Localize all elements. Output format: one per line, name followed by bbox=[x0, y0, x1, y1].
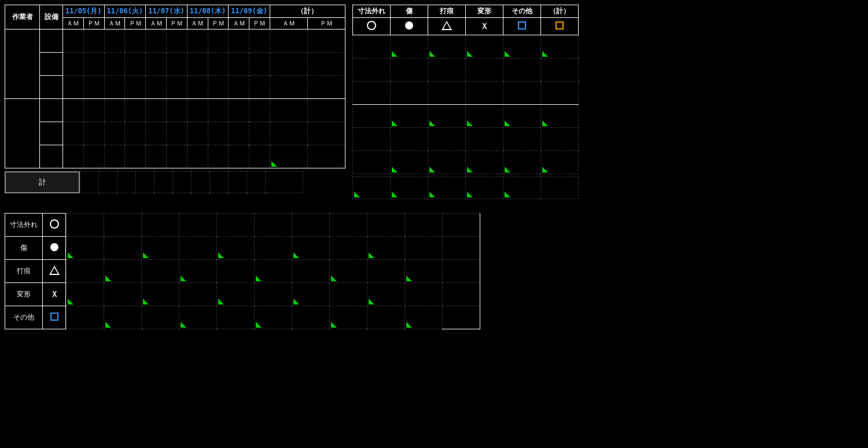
total-cell-pm1105[interactable] bbox=[99, 171, 117, 193]
def-r2b-dacon[interactable] bbox=[428, 128, 465, 151]
cell-r1b-pm1108[interactable] bbox=[208, 53, 229, 76]
total-cell-am1109[interactable] bbox=[229, 171, 247, 193]
def-r1b-henkei[interactable] bbox=[465, 58, 503, 82]
bot-sunpou-am1109[interactable] bbox=[367, 214, 405, 237]
def-r1b-dacon[interactable] bbox=[428, 58, 465, 82]
def-r1c-sonota[interactable] bbox=[503, 82, 540, 105]
def-r1a-dacon[interactable] bbox=[428, 35, 465, 58]
def-r1c-sunpou[interactable] bbox=[352, 82, 390, 105]
def-r1a-kei[interactable] bbox=[540, 35, 578, 58]
cell-r1c-kei-pm[interactable] bbox=[307, 76, 345, 99]
def-r1c-dacon[interactable] bbox=[428, 82, 465, 105]
cell-r1c-pm1108[interactable] bbox=[208, 76, 229, 99]
equip-1a[interactable] bbox=[40, 30, 63, 53]
bot-kizu-am1106[interactable] bbox=[142, 237, 179, 260]
cell-r1a-pm1105[interactable] bbox=[83, 30, 104, 53]
cell-r1b-am1107[interactable] bbox=[146, 53, 167, 76]
bot-sunpou-kei[interactable] bbox=[443, 214, 480, 237]
bot-henkei-am1105[interactable] bbox=[67, 283, 104, 306]
cell-r1a-pm1107[interactable] bbox=[166, 30, 187, 53]
def-r2b-henkei[interactable] bbox=[465, 128, 503, 151]
bot-sunpou-pm1105[interactable] bbox=[104, 214, 142, 237]
cell-r2a-pm1107[interactable] bbox=[166, 99, 187, 122]
cell-r2b-pm1107[interactable] bbox=[166, 122, 187, 145]
cell-r1b-am1106[interactable] bbox=[104, 53, 125, 76]
bot-henkei-pm1109[interactable] bbox=[405, 283, 443, 306]
cell-r2a-pm1105[interactable] bbox=[83, 99, 104, 122]
bot-dacon-kei[interactable] bbox=[443, 260, 480, 283]
equip-2a[interactable] bbox=[40, 99, 63, 122]
cell-r2a-am1105[interactable] bbox=[63, 99, 84, 122]
def-r2a-kizu[interactable] bbox=[390, 105, 428, 128]
cell-r1b-kei-pm[interactable] bbox=[307, 53, 345, 76]
cell-r1a-am1107[interactable] bbox=[146, 30, 167, 53]
cell-r2a-am1109[interactable] bbox=[229, 99, 249, 122]
def-r2b-sonota[interactable] bbox=[503, 128, 540, 151]
total-cell-am1107[interactable] bbox=[155, 171, 173, 193]
def-total-sonota[interactable] bbox=[503, 177, 540, 199]
equip-1c[interactable] bbox=[40, 76, 63, 99]
equip-1b[interactable] bbox=[40, 53, 63, 76]
def-r1b-sonota[interactable] bbox=[503, 58, 540, 82]
cell-r2b-pm1109[interactable] bbox=[249, 122, 270, 145]
cell-r2c-pm1107[interactable] bbox=[166, 145, 187, 168]
bot-kizu-pm1107[interactable] bbox=[255, 237, 292, 260]
def-r2c-sunpou[interactable] bbox=[352, 151, 390, 174]
cell-r2b-am1105[interactable] bbox=[63, 122, 84, 145]
bot-henkei-am1109[interactable] bbox=[367, 283, 405, 306]
cell-r2c-pm1106[interactable] bbox=[125, 145, 146, 168]
cell-r1b-am1109[interactable] bbox=[229, 53, 249, 76]
bot-kizu-pm1109[interactable] bbox=[405, 237, 443, 260]
bot-dacon-am1109[interactable] bbox=[367, 260, 405, 283]
def-r1a-henkei[interactable] bbox=[465, 35, 503, 58]
def-r1c-kei[interactable] bbox=[540, 82, 578, 105]
cell-r2b-pm1108[interactable] bbox=[208, 122, 229, 145]
def-r2a-sonota[interactable] bbox=[503, 105, 540, 128]
def-r1b-sunpou[interactable] bbox=[352, 58, 390, 82]
cell-r1b-pm1107[interactable] bbox=[166, 53, 187, 76]
cell-r2c-am1106[interactable] bbox=[104, 145, 125, 168]
def-r1a-kizu[interactable] bbox=[390, 35, 428, 58]
bot-sunpou-pm1106[interactable] bbox=[179, 214, 217, 237]
def-r1c-henkei[interactable] bbox=[465, 82, 503, 105]
cell-r1b-pm1109[interactable] bbox=[249, 53, 270, 76]
bot-kizu-kei[interactable] bbox=[443, 237, 480, 260]
cell-r1c-pm1106[interactable] bbox=[125, 76, 146, 99]
total-cell-pm1108[interactable] bbox=[210, 171, 229, 193]
bot-kizu-am1105[interactable] bbox=[67, 237, 104, 260]
def-r2c-kizu[interactable] bbox=[390, 151, 428, 174]
def-r2c-kei[interactable] bbox=[540, 151, 578, 174]
cell-r2c-pm1108[interactable] bbox=[208, 145, 229, 168]
bot-sunpou-am1106[interactable] bbox=[142, 214, 179, 237]
cell-r1c-am1105[interactable] bbox=[63, 76, 84, 99]
cell-r1b-kei-am[interactable] bbox=[270, 53, 307, 76]
cell-r2a-am1106[interactable] bbox=[104, 99, 125, 122]
cell-r2b-am1107[interactable] bbox=[146, 122, 167, 145]
def-r2b-kei[interactable] bbox=[540, 128, 578, 151]
cell-r2a-am1108[interactable] bbox=[187, 99, 208, 122]
bot-henkei-pm1106[interactable] bbox=[179, 283, 217, 306]
cell-r1c-kei-am[interactable] bbox=[270, 76, 307, 99]
def-r2a-kei[interactable] bbox=[540, 105, 578, 128]
bot-sunpou-pm1107[interactable] bbox=[255, 214, 292, 237]
cell-r1c-pm1107[interactable] bbox=[166, 76, 187, 99]
cell-r2b-am1106[interactable] bbox=[104, 122, 125, 145]
def-r2c-henkei[interactable] bbox=[465, 151, 503, 174]
cell-r1c-pm1109[interactable] bbox=[249, 76, 270, 99]
cell-r1a-am1105[interactable] bbox=[63, 30, 84, 53]
bot-sonota-am1108[interactable] bbox=[292, 306, 330, 329]
total-cell-kei[interactable] bbox=[266, 171, 303, 193]
def-r1a-sunpou[interactable] bbox=[352, 35, 390, 58]
bot-sunpou-am1108[interactable] bbox=[292, 214, 330, 237]
def-r1a-sonota[interactable] bbox=[503, 35, 540, 58]
cell-r2a-am1107[interactable] bbox=[146, 99, 167, 122]
equip-2c[interactable] bbox=[40, 145, 63, 168]
cell-r1a-pm1106[interactable] bbox=[125, 30, 146, 53]
worker-2[interactable] bbox=[5, 99, 40, 168]
bot-sonota-am1107[interactable] bbox=[217, 306, 255, 329]
cell-r1a-am1106[interactable] bbox=[104, 30, 125, 53]
total-cell-am1108[interactable] bbox=[192, 171, 210, 193]
def-total-henkei[interactable] bbox=[465, 177, 503, 199]
total-cell-am1105[interactable] bbox=[80, 171, 99, 193]
bot-sunpou-pm1109[interactable] bbox=[405, 214, 443, 237]
